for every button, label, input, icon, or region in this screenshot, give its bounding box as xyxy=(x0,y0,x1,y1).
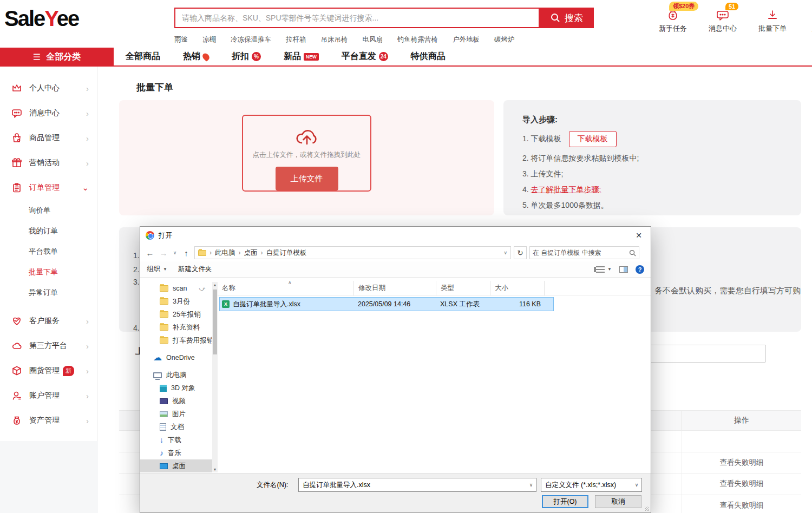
chevron-down-icon[interactable]: ∨ xyxy=(503,250,507,255)
view-failure-details-link[interactable]: 查看失败明细 xyxy=(682,495,801,513)
hot-keyword[interactable]: 碳烤炉 xyxy=(494,35,515,44)
sidebar-item-stock-management[interactable]: 圈货管理 新 › xyxy=(0,358,97,383)
nav-all-products[interactable]: 全部商品 xyxy=(126,51,160,62)
nav-hot-sale[interactable]: 热销 xyxy=(183,51,209,62)
help-icon[interactable]: ? xyxy=(636,265,644,274)
hot-keyword[interactable]: 吊床吊椅 xyxy=(321,35,348,44)
forward-icon[interactable]: → xyxy=(158,248,169,258)
sidebar-item-message-center[interactable]: 消息中心› xyxy=(0,101,97,126)
message-center-link[interactable]: 51 消息中心 xyxy=(706,6,739,34)
tree-item-folder[interactable]: 3月份 xyxy=(140,295,218,308)
sidebar-item-personal-center[interactable]: 个人中心› xyxy=(0,76,97,101)
tree-item-pictures[interactable]: 图片 xyxy=(140,407,218,420)
24h-badge: 24 xyxy=(379,52,388,61)
breadcrumb-this-pc[interactable]: 此电脑 xyxy=(215,248,235,258)
nav-platform-direct[interactable]: 平台直发24 xyxy=(342,51,388,62)
sidebar-item-asset-management[interactable]: 资产管理› xyxy=(0,408,97,433)
notice-list-number: 4. xyxy=(133,324,140,332)
saleyee-logo[interactable]: SaleYee xyxy=(4,6,78,31)
dialog-title: 打开 xyxy=(159,231,172,240)
chevron-down-icon: ⌄ xyxy=(82,183,89,193)
breadcrumb-desktop[interactable]: 桌面 xyxy=(244,248,258,258)
batch-order-link[interactable]: 批量下单 xyxy=(756,6,789,34)
open-button[interactable]: 打开(O) xyxy=(542,495,588,508)
upload-dropzone[interactable]: 点击上传文件，或将文件拖拽到此处 上传文件 xyxy=(242,115,371,192)
tree-item-onedrive[interactable]: ☁OneDrive xyxy=(140,351,218,364)
chevron-icon: › xyxy=(209,249,212,256)
dialog-search-input[interactable] xyxy=(533,249,629,256)
sidebar-item-third-party[interactable]: 第三方平台› xyxy=(0,333,97,358)
dialog-titlebar[interactable]: 打开 ✕ xyxy=(140,227,651,244)
tree-item-desktop[interactable]: 桌面 xyxy=(140,459,218,472)
dialog-search-box[interactable] xyxy=(529,246,639,259)
new-folder-button[interactable]: 新建文件夹 xyxy=(178,265,212,274)
cancel-button[interactable]: 取消 xyxy=(595,495,641,508)
filetype-dropdown[interactable]: 自定义文件 (*.xls;*.xlsx) ∨ xyxy=(541,478,642,492)
scroll-down-icon[interactable]: ▼ xyxy=(212,468,218,471)
dialog-address-bar: ← → ∨ ↑ › 此电脑 › 桌面 › 自提订单模板 ∨ ↻ xyxy=(140,244,651,261)
hot-keyword[interactable]: 户外地板 xyxy=(453,35,480,44)
tree-item-3d-objects[interactable]: 3D 对象 xyxy=(140,382,218,394)
hot-keyword[interactable]: 拉杆箱 xyxy=(286,35,306,44)
file-row-selected[interactable]: X 自提订单批量导入.xlsx 2025/05/09 14:46 XLSX 工作… xyxy=(219,297,554,311)
tree-item-scan[interactable]: scan⤻ xyxy=(140,282,218,295)
tree-item-music[interactable]: ♪音乐 xyxy=(140,446,218,459)
organize-menu[interactable]: 组织▼ xyxy=(147,265,167,274)
hot-keyword[interactable]: 雨篷 xyxy=(174,35,188,44)
view-mode-button[interactable]: ▼ xyxy=(596,266,612,273)
newbie-tasks-link[interactable]: 领$20券 新手任务 xyxy=(656,6,690,34)
close-icon[interactable]: ✕ xyxy=(627,227,651,244)
filename-combo[interactable]: ∨ xyxy=(298,478,536,492)
nav-new-arrivals[interactable]: 新品NEW xyxy=(284,51,319,62)
tree-item-folder[interactable]: 25年报销 xyxy=(140,308,218,321)
tree-item-folder[interactable]: 打车费用报销 xyxy=(140,334,218,347)
breadcrumb[interactable]: › 此电脑 › 桌面 › 自提订单模板 ∨ xyxy=(194,246,511,259)
cart-link[interactable]: 购物车 xyxy=(806,6,812,34)
history-chevron-icon[interactable]: ∨ xyxy=(172,250,178,255)
nav-discount[interactable]: 折扣% xyxy=(232,51,261,62)
view-failure-details-link[interactable]: 查看失败明细 xyxy=(682,473,801,495)
download-template-button[interactable]: 下载模板 xyxy=(569,131,617,147)
column-name[interactable]: 名称∧ xyxy=(218,281,354,295)
column-size[interactable]: 大小 xyxy=(490,281,545,295)
filename-input[interactable] xyxy=(299,481,526,489)
tree-item-downloads[interactable]: ↓下载 xyxy=(140,433,218,446)
breadcrumb-template-folder[interactable]: 自提订单模板 xyxy=(266,248,307,258)
resize-grip[interactable] xyxy=(645,507,649,511)
submenu-my-orders[interactable]: 我的订单 xyxy=(0,221,97,241)
submenu-platform-orders[interactable]: 平台载单 xyxy=(0,241,97,262)
hot-keyword[interactable]: 电风扇 xyxy=(363,35,383,44)
submenu-batch-order[interactable]: 批量下单 xyxy=(0,262,97,282)
refresh-icon[interactable]: ↻ xyxy=(514,246,527,259)
scroll-up-icon[interactable]: ▲ xyxy=(212,283,218,287)
search-input[interactable] xyxy=(174,8,540,28)
preview-pane-icon[interactable] xyxy=(619,266,628,273)
nav-special-offer[interactable]: 特供商品 xyxy=(411,51,446,62)
back-icon[interactable]: ← xyxy=(145,248,155,258)
hot-keyword[interactable]: 凉棚 xyxy=(202,35,216,44)
sidebar-item-marketing[interactable]: 营销活动› xyxy=(0,150,97,175)
tree-scrollbar[interactable]: ▲ ▼ xyxy=(212,282,218,472)
up-icon[interactable]: ↑ xyxy=(181,248,192,258)
chevron-down-icon[interactable]: ∨ xyxy=(526,482,536,488)
sidebar-item-order-management[interactable]: 订单管理⌄ xyxy=(0,175,97,200)
tree-item-videos[interactable]: 视频 xyxy=(140,394,218,407)
sidebar-item-account-management[interactable]: 账户管理› xyxy=(0,383,97,408)
submenu-abnormal-orders[interactable]: 异常订单 xyxy=(0,282,97,303)
view-failure-details-link[interactable]: 查看失败明细 xyxy=(682,452,801,473)
batch-order-guide-link[interactable]: 去了解批量下单步骤; xyxy=(531,185,601,194)
tree-item-folder[interactable]: 补充资料 xyxy=(140,321,218,334)
column-date-modified[interactable]: 修改日期 xyxy=(354,281,436,295)
column-type[interactable]: 类型 xyxy=(436,281,490,295)
sidebar-item-customer-service[interactable]: 客户服务› xyxy=(0,308,97,333)
tree-item-this-pc[interactable]: 此电脑 xyxy=(140,369,218,382)
search-button[interactable]: 搜索 xyxy=(540,8,594,28)
all-categories-button[interactable]: ☰ 全部分类 xyxy=(0,48,114,67)
tree-item-documents[interactable]: 文档 xyxy=(140,420,218,433)
sidebar-item-product-management[interactable]: 商品管理› xyxy=(0,126,97,150)
hot-keyword[interactable]: 钓鱼椅露营椅 xyxy=(397,35,438,44)
submenu-inquiry-order[interactable]: 询价单 xyxy=(0,200,97,221)
scrollbar-thumb[interactable] xyxy=(213,290,217,354)
upload-file-button[interactable]: 上传文件 xyxy=(276,167,338,190)
hot-keyword[interactable]: 冷冻保温推车 xyxy=(231,35,271,44)
